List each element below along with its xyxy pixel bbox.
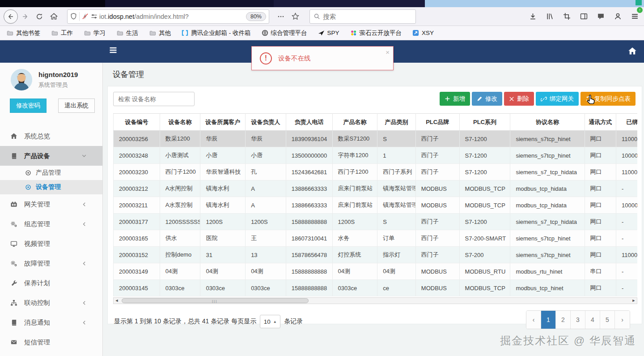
column-header[interactable]: 通讯方式 (585, 114, 616, 131)
bookmark-item[interactable]: 综合管理平台 (262, 29, 307, 37)
zoom-level-badge[interactable]: 80% (246, 12, 266, 21)
url-text[interactable]: iot.idosp.net/admin/index.html? (99, 13, 246, 20)
sidebar-item-1[interactable]: 产品设备 (0, 146, 102, 166)
action-button-label: 复制同步点表 (594, 95, 631, 103)
bookmark-star-button[interactable] (288, 9, 302, 24)
scroll-right-arrow-icon[interactable]: ► (631, 298, 637, 304)
screenshot-button[interactable] (560, 9, 573, 23)
action-button-2[interactable]: 删除 (504, 92, 534, 106)
pager-prev-button[interactable]: ‹ (526, 311, 541, 329)
sidebar-item-4[interactable]: 视频管理 (0, 234, 102, 253)
column-header[interactable]: 产品类别 (377, 114, 416, 131)
gears-icon (10, 260, 18, 267)
sidebar-item-8[interactable]: 消息通知 (0, 313, 102, 332)
account-button[interactable] (611, 9, 624, 23)
action-button-3[interactable]: 绑定网关 (536, 92, 579, 106)
sidebar-toggle-button[interactable] (109, 46, 118, 55)
pager-page-1[interactable]: 1 (541, 311, 556, 329)
bookmark-item[interactable]: 工作 (51, 29, 73, 37)
bookmark-item[interactable]: XSY (412, 30, 434, 36)
column-header[interactable]: 设备名称 (160, 114, 200, 131)
table-row[interactable]: 2000031450303ce0303ce0303ce1588888888803… (114, 280, 638, 296)
table-row[interactable]: 2000031771200SSSSSS1200S1200S15888888888… (114, 214, 638, 230)
sidebar-item-7[interactable]: 联动控制 (0, 293, 102, 313)
sidebar-item-label: 组态管理 (24, 220, 50, 228)
sidebar-item-6[interactable]: 保养计划 (0, 273, 102, 293)
table-cell: 镇海水利 (200, 197, 246, 214)
table-cell: 200003256 (114, 131, 160, 147)
downloads-button[interactable] (526, 9, 539, 23)
pager-page-4[interactable]: 4 (585, 311, 600, 329)
action-button-1[interactable]: 修改 (472, 92, 502, 106)
sidebar-subitem-产品管理[interactable]: 产品管理 (0, 166, 102, 180)
pager-page-5[interactable]: 5 (600, 311, 615, 329)
page-actions-button[interactable] (274, 9, 288, 24)
column-header[interactable]: PLC系列 (459, 114, 510, 131)
library-button[interactable] (543, 9, 556, 23)
table-cell: ce (377, 280, 416, 296)
table-row[interactable]: 200003230西门子1200华辰智通科技孔15243642681西门子120… (114, 164, 638, 180)
column-header[interactable]: 产品名称 (332, 114, 377, 131)
device-search-input[interactable] (113, 92, 195, 106)
bookmark-item[interactable]: 腾讯企业邮箱 - 收件箱 (182, 29, 251, 37)
active-tab[interactable] (0, 0, 105, 7)
permissions-icon[interactable] (91, 13, 97, 20)
bookmark-item[interactable]: SPY (318, 30, 339, 36)
table-cell: 200003152 (114, 247, 160, 263)
bookmark-item[interactable]: 其他书签 (6, 29, 40, 37)
table-cell: 15888888888 (286, 280, 332, 296)
sidebar-item-0[interactable]: 系统总览 (0, 126, 102, 146)
device-panel: 新增修改删除绑定网关复制同步点表 设备编号设备名称设备所属客户设备负责人负责人电… (107, 86, 642, 324)
sidebar-item-label: 系统总览 (24, 132, 50, 141)
app-home-button[interactable] (628, 47, 637, 56)
shield-icon[interactable] (70, 13, 77, 20)
sidebar-item-5[interactable]: 故障管理 (0, 253, 102, 273)
horizontal-scrollbar[interactable]: ◄ ||| ► (113, 297, 637, 304)
column-header[interactable]: 设备所属客户 (200, 114, 246, 131)
table-row[interactable]: 200003212A水闸控制镇海水利A13886663333庶来门前泵站镇海泵站… (114, 180, 638, 197)
forward-button[interactable] (18, 9, 32, 24)
browser-tab-strip[interactable] (0, 0, 644, 7)
sidebar-item-9[interactable]: 短信管理 (0, 332, 102, 352)
table-row[interactable]: 20000314904测04测04测1588888888804测04测MODBU… (114, 263, 638, 280)
column-header[interactable]: 协议名称 (510, 114, 585, 131)
pager-next-button[interactable]: › (615, 311, 630, 329)
bookmark-item[interactable]: 其他 (149, 29, 171, 37)
star-icon (292, 13, 299, 20)
url-bar[interactable]: iot.idosp.net/admin/index.html? 80% (67, 9, 269, 24)
table-row[interactable]: 200003152控制demo311315878656478灯控系统指示灯西门子… (114, 247, 638, 263)
scroll-left-arrow-icon[interactable]: ◄ (114, 298, 120, 304)
browser-search-input[interactable] (323, 13, 399, 20)
messages-button[interactable] (594, 9, 607, 23)
column-header[interactable]: PLC品牌 (415, 114, 459, 131)
sidebar-item-2[interactable]: 网关管理 (0, 194, 102, 214)
back-button[interactable] (4, 9, 18, 24)
bookmark-item[interactable]: 生活 (116, 29, 138, 37)
home-button[interactable] (47, 9, 61, 24)
column-header[interactable]: 设备负责人 (246, 114, 286, 131)
column-header[interactable]: 已绑定网关 (616, 114, 637, 131)
sidebar-subitem-设备管理[interactable]: 设备管理 (0, 180, 102, 194)
app-menu-button[interactable]: ↑ (628, 9, 641, 23)
column-header[interactable]: 负责人电话 (286, 114, 332, 131)
action-button-0[interactable]: 新增 (440, 92, 470, 106)
scrollbar-thumb[interactable]: ||| (122, 298, 309, 303)
change-password-button[interactable]: 修改密码 (10, 99, 47, 113)
bookmark-item[interactable]: 萤石云开放平台 (350, 29, 402, 37)
sidebar-panes-button[interactable] (577, 9, 590, 23)
table-row[interactable]: 200003165供水医院王18607310041水务订单西门子S7-200-S… (114, 230, 638, 247)
pager-page-2[interactable]: 2 (556, 311, 571, 329)
column-header[interactable]: 设备编号 (114, 114, 160, 131)
table-row[interactable]: 200003211A水泵控制镇海水利A13886663333庶来门前泵站镇海泵站… (114, 197, 638, 214)
pager-page-3[interactable]: 3 (571, 311, 585, 329)
logout-button[interactable]: 退出系统 (58, 99, 95, 113)
blocked-lightning-icon[interactable] (82, 13, 89, 20)
alert-close-icon[interactable]: × (386, 48, 390, 56)
sidebar-item-3[interactable]: 组态管理 (0, 214, 102, 234)
bookmark-item[interactable]: 学习 (84, 29, 106, 37)
reload-button[interactable] (32, 9, 47, 24)
table-row[interactable]: 200003256数采1200华辰华辰18390936104数采S71200S西… (114, 131, 638, 147)
table-row[interactable]: 200003248小唐测试小唐小唐13500000000字符串12001西门子S… (114, 147, 638, 164)
page-size-select[interactable]: 10▲ (260, 315, 280, 328)
browser-search-box[interactable] (309, 9, 416, 24)
